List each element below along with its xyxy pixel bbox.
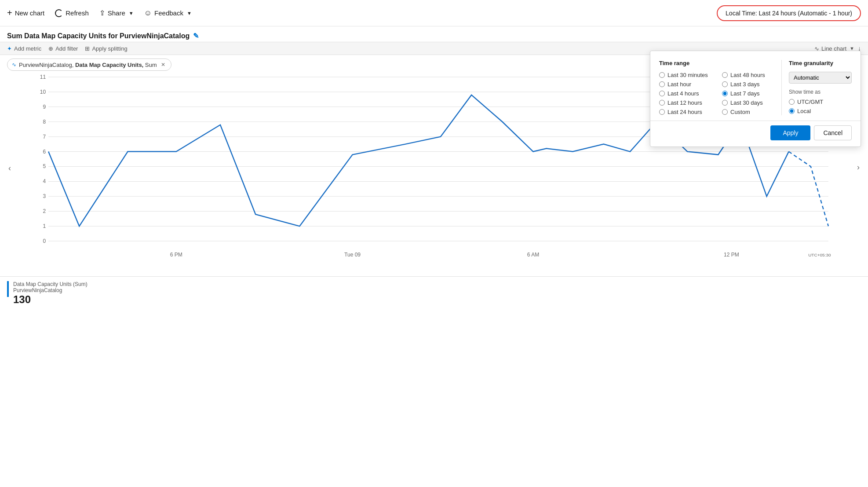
metric-tag-icon: ∿ [12, 62, 16, 68]
granularity-title: Time granularity [789, 60, 852, 66]
share-button[interactable]: ⇪ Share ▼ [99, 9, 134, 17]
svg-text:Tue 09: Tue 09 [344, 252, 361, 258]
add-metric-icon: ✦ [7, 45, 12, 52]
main-content: ‹ › Sum Data Map Capacity Units for Purv… [0, 26, 868, 310]
option-12h-label: Last 12 hours [667, 99, 702, 106]
metric-tag: ∿ PurviewNinjaCatalog, Data Map Capacity… [7, 59, 171, 71]
option-3d-label: Last 3 days [730, 81, 760, 88]
panel-inner: Time range Last 30 minutes Last 48 hours… [650, 51, 861, 121]
add-filter-button[interactable]: ⊕ Add filter [48, 45, 78, 52]
option-custom[interactable]: Custom [722, 109, 781, 115]
svg-text:11: 11 [40, 74, 46, 80]
top-bar-left: + New chart Refresh ⇪ Share ▼ ☺ Feedback… [7, 8, 192, 18]
new-chart-button[interactable]: + New chart [7, 8, 44, 18]
option-utc[interactable]: UTC/GMT [789, 99, 852, 105]
chart-title: Sum Data Map Capacity Units for PurviewN… [7, 32, 190, 40]
metric-tag-close-button[interactable]: ✕ [160, 61, 167, 68]
option-7d[interactable]: Last 7 days [722, 90, 781, 97]
option-30m[interactable]: Last 30 minutes [659, 72, 718, 78]
svg-text:12 PM: 12 PM [724, 252, 739, 258]
time-granularity-section: Time granularity Automatic 1 minute 5 mi… [781, 60, 852, 115]
local-label: Local [797, 108, 811, 114]
share-label: Share [108, 9, 125, 17]
time-range-panel: Time range Last 30 minutes Last 48 hours… [650, 51, 861, 147]
option-30d-label: Last 30 days [730, 99, 763, 106]
metric-bold: Data Map Capacity Units, [75, 62, 143, 68]
add-filter-label: Add filter [55, 45, 78, 52]
option-30m-label: Last 30 minutes [667, 72, 708, 78]
option-24h-label: Last 24 hours [667, 109, 702, 115]
refresh-label: Refresh [66, 9, 89, 17]
apply-button[interactable]: Apply [770, 125, 810, 140]
option-1h[interactable]: Last hour [659, 81, 718, 88]
show-time-label: Show time as [789, 89, 852, 95]
add-metric-label: Add metric [14, 45, 41, 52]
svg-text:7: 7 [43, 134, 46, 140]
option-7d-label: Last 7 days [730, 90, 760, 97]
legend-title: Data Map Capacity Units (Sum) [13, 281, 88, 287]
legend-text: Data Map Capacity Units (Sum) PurviewNin… [13, 281, 88, 306]
share-icon: ⇪ [99, 9, 105, 17]
svg-text:1: 1 [43, 223, 46, 229]
time-range-label: Local Time: Last 24 hours (Automatic - 1… [726, 10, 852, 17]
utc-label: UTC/GMT [797, 99, 823, 105]
svg-text:6: 6 [43, 149, 46, 155]
option-3d[interactable]: Last 3 days [722, 81, 781, 88]
svg-text:4: 4 [43, 178, 46, 184]
chart-title-bar: Sum Data Map Capacity Units for PurviewN… [0, 26, 868, 42]
option-local[interactable]: Local [789, 108, 852, 114]
svg-text:2: 2 [43, 208, 46, 214]
option-48h-label: Last 48 hours [730, 72, 765, 78]
svg-text:6 PM: 6 PM [170, 252, 182, 258]
new-chart-label: New chart [15, 9, 45, 17]
option-4h[interactable]: Last 4 hours [659, 90, 718, 97]
legend-color-bar [7, 281, 9, 297]
metric-tag-text: PurviewNinjaCatalog, Data Map Capacity U… [19, 62, 157, 68]
metric-suffix: Sum [145, 62, 157, 68]
svg-text:8: 8 [43, 119, 46, 125]
option-24h[interactable]: Last 24 hours [659, 109, 718, 115]
apply-splitting-label: Apply splitting [92, 45, 127, 52]
time-range-title: Time range [659, 60, 781, 66]
apply-splitting-button[interactable]: ⊞ Apply splitting [85, 45, 127, 52]
option-48h[interactable]: Last 48 hours [722, 72, 781, 78]
svg-text:3: 3 [43, 193, 46, 199]
cancel-button[interactable]: Cancel [814, 125, 852, 140]
feedback-button[interactable]: ☺ Feedback ▼ [144, 9, 192, 18]
feedback-icon: ☺ [144, 9, 152, 18]
chart-toolbar-left: ✦ Add metric ⊕ Add filter ⊞ Apply splitt… [7, 45, 128, 52]
svg-text:UTC+05:30: UTC+05:30 [808, 253, 831, 257]
time-range-button[interactable]: Local Time: Last 24 hours (Automatic - 1… [717, 5, 861, 21]
legend-subtitle: PurviewNinjaCatalog [13, 287, 88, 293]
option-custom-label: Custom [730, 109, 750, 115]
time-range-options: Last 30 minutes Last 48 hours Last hour … [659, 72, 781, 115]
option-1h-label: Last hour [667, 81, 691, 88]
legend-value: 130 [13, 293, 88, 306]
top-bar: + New chart Refresh ⇪ Share ▼ ☺ Feedback… [0, 0, 868, 26]
show-time-options: UTC/GMT Local [789, 99, 852, 114]
feedback-caret-icon: ▼ [187, 11, 192, 16]
nav-arrow-left[interactable]: ‹ [4, 162, 16, 175]
share-caret-icon: ▼ [129, 11, 134, 16]
splitting-icon: ⊞ [85, 45, 90, 52]
filter-icon: ⊕ [48, 45, 53, 52]
svg-text:5: 5 [43, 164, 46, 170]
svg-text:9: 9 [43, 104, 46, 110]
svg-text:10: 10 [40, 89, 46, 95]
panel-actions: Apply Cancel [650, 121, 861, 146]
granularity-select[interactable]: Automatic 1 minute 5 minutes 15 minutes … [789, 72, 852, 84]
option-30d[interactable]: Last 30 days [722, 99, 781, 106]
refresh-button[interactable]: Refresh [55, 9, 89, 17]
plus-icon: + [7, 8, 12, 18]
svg-text:6 AM: 6 AM [527, 252, 539, 258]
time-range-section: Time range Last 30 minutes Last 48 hours… [659, 60, 781, 115]
option-4h-label: Last 4 hours [667, 90, 699, 97]
svg-text:0: 0 [43, 238, 46, 244]
metric-prefix: PurviewNinjaCatalog, [19, 62, 73, 68]
add-metric-button[interactable]: ✦ Add metric [7, 45, 41, 52]
chart-legend: Data Map Capacity Units (Sum) PurviewNin… [0, 277, 868, 310]
edit-icon[interactable]: ✎ [193, 32, 199, 40]
option-12h[interactable]: Last 12 hours [659, 99, 718, 106]
refresh-icon [55, 9, 63, 17]
nav-arrow-right[interactable]: › [852, 161, 864, 173]
